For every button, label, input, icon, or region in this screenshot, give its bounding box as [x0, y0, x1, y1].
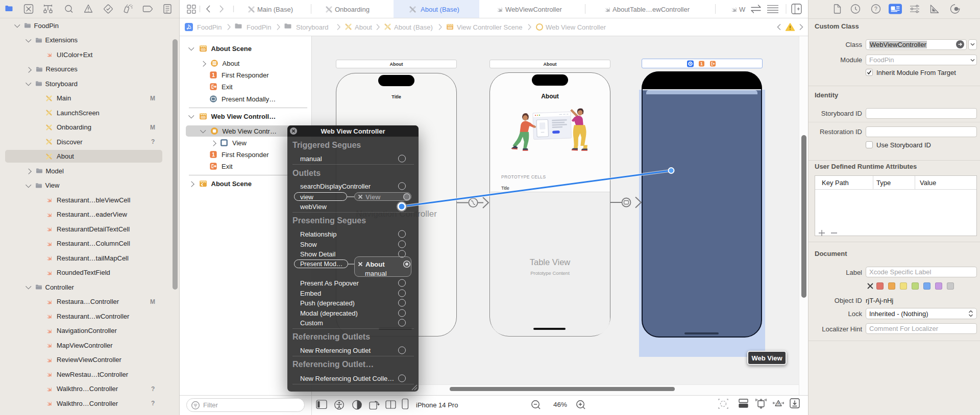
svg-text:1: 1 — [700, 61, 703, 66]
svg-text:A: A — [777, 402, 780, 405]
svg-text:?: ? — [874, 6, 877, 12]
